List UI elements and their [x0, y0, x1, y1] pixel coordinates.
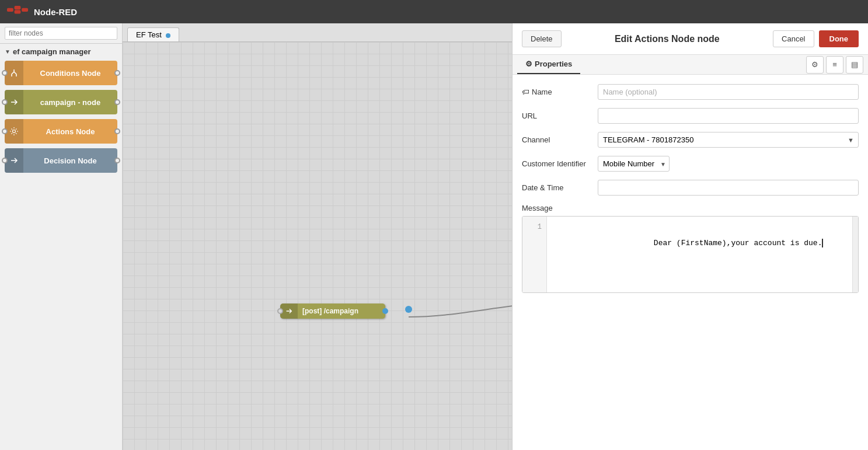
panel-title: Edit Actions Node node	[615, 34, 720, 44]
editor-scrollbar[interactable]	[852, 217, 858, 292]
sidebar-item-conditions-node[interactable]: Conditions Node	[5, 61, 117, 85]
panel-header: Delete Edit Actions Node node Cancel Don…	[513, 23, 868, 55]
channel-label: Channel	[522, 132, 598, 144]
panel-actions-left: Delete	[522, 30, 562, 47]
port-right	[114, 158, 120, 163]
editor-content[interactable]: 1 Dear (FirstName),your account is due.	[522, 217, 858, 292]
gear-tab-icon: ⚙	[525, 60, 532, 68]
name-input[interactable]	[598, 84, 859, 100]
channel-select-wrapper: TELEGRAM - 7801872350 ▼	[598, 132, 859, 148]
conditions-node-label: Conditions Node	[23, 61, 117, 85]
sidebar-group-label[interactable]: ▼ ef campaign manager	[0, 44, 122, 58]
panel-actions-right: Cancel Done	[773, 30, 859, 47]
svg-point-4	[13, 130, 16, 133]
gear-icon	[9, 127, 19, 136]
tab-unsaved-dot	[166, 33, 170, 38]
message-section: Message 1 Dear (FirstName),your account …	[522, 204, 859, 293]
decision-node-label: Decision Node	[23, 148, 117, 173]
node-red-logo	[7, 6, 28, 18]
arrow-right-icon	[9, 156, 19, 165]
tab-properties[interactable]: ⚙ Properties	[517, 55, 580, 74]
svg-point-5	[405, 306, 412, 313]
arrow-icon	[9, 97, 19, 107]
tab-description-icon-btn[interactable]: ≡	[826, 56, 843, 74]
tag-icon: 🏷	[522, 88, 529, 96]
customer-identifier-select[interactable]: Mobile NumberEmailID	[598, 156, 670, 172]
port-left	[2, 99, 8, 105]
datetime-input[interactable]: 2024/11/08 14:55	[598, 180, 859, 196]
port-left	[2, 70, 8, 76]
split-icon	[9, 68, 19, 78]
canvas-wire-svg	[123, 42, 512, 450]
message-label: Message	[522, 204, 859, 212]
form-row-name: 🏷 Name	[522, 84, 859, 100]
svg-rect-2	[15, 10, 21, 13]
right-panel: Delete Edit Actions Node node Cancel Don…	[512, 23, 868, 450]
url-input[interactable]: /CumdxEtUSoykKbi	[598, 108, 859, 124]
canvas-node-post-campaign[interactable]: [post] /campaign	[280, 304, 385, 319]
topbar: Node-RED	[0, 0, 868, 23]
canvas[interactable]: [post] /campaign Action No...	[123, 42, 512, 450]
sidebar-item-decision-node[interactable]: Decision Node	[5, 148, 117, 173]
port-right	[382, 308, 388, 314]
canvas-tabs: EF Test	[123, 23, 512, 42]
customer-identifier-label: Customer Identifier	[522, 156, 598, 168]
campaign-node-label: campaign - node	[23, 90, 117, 114]
datetime-label: Date & Time	[522, 180, 598, 192]
tab-more-icon-btn[interactable]: ▤	[846, 56, 863, 74]
port-left	[2, 158, 8, 163]
port-right	[114, 128, 120, 134]
filter-nodes-input[interactable]	[5, 27, 117, 40]
svg-rect-1	[15, 6, 21, 9]
sidebar-group-title: ef campaign manager	[13, 47, 91, 56]
cursor	[822, 239, 823, 247]
port-left	[2, 128, 8, 134]
tab-properties-label: Properties	[535, 60, 572, 68]
canvas-node-label: [post] /campaign	[298, 304, 385, 319]
customer-identifier-wrapper: Mobile NumberEmailID ▼	[598, 156, 670, 172]
sidebar: ▼ ef campaign manager Conditions Node ca…	[0, 23, 123, 450]
arrow-canvas-icon	[285, 307, 293, 315]
channel-select[interactable]: TELEGRAM - 7801872350	[598, 132, 859, 148]
port-right	[114, 70, 120, 76]
name-label: 🏷 Name	[522, 84, 598, 96]
done-button[interactable]: Done	[819, 30, 859, 47]
form-row-datetime: Date & Time 2024/11/08 14:55	[522, 180, 859, 196]
editor-lines: Dear (FirstName),your account is due.	[576, 221, 853, 266]
form-row-customer-identifier: Customer Identifier Mobile NumberEmailID…	[522, 156, 859, 172]
editor-line-1: Dear (FirstName),your account is due.	[581, 226, 842, 261]
port-right	[114, 99, 120, 105]
message-editor: 1 Dear (FirstName),your account is due.	[522, 216, 859, 293]
port-left	[277, 308, 283, 314]
sidebar-item-actions-node[interactable]: Actions Node	[5, 119, 117, 144]
panel-tab-icons: ⚙ ≡ ▤	[806, 56, 863, 74]
form-row-channel: Channel TELEGRAM - 7801872350 ▼	[522, 132, 859, 148]
panel-content: 🏷 Name URL /CumdxEtUSoykKbi Channel TELE…	[513, 75, 868, 450]
svg-rect-3	[22, 8, 28, 12]
canvas-area[interactable]: EF Test [post] /campaign	[123, 23, 512, 450]
form-row-url: URL /CumdxEtUSoykKbi	[522, 108, 859, 124]
chevron-down-icon: ▼	[5, 48, 11, 55]
sidebar-item-campaign-node[interactable]: campaign - node	[5, 90, 117, 114]
cancel-button[interactable]: Cancel	[773, 30, 814, 47]
tab-label: EF Test	[136, 30, 162, 39]
url-label: URL	[522, 108, 598, 120]
editor-gutter: 1	[522, 217, 547, 292]
app-title: Node-RED	[34, 7, 77, 17]
canvas-tab-ef-test[interactable]: EF Test	[127, 27, 179, 41]
delete-button[interactable]: Delete	[522, 30, 562, 47]
actions-node-label: Actions Node	[23, 119, 117, 144]
line-number-1: 1	[522, 221, 546, 233]
filter-nodes-container	[0, 23, 122, 44]
svg-rect-0	[7, 8, 13, 12]
panel-tabs: ⚙ Properties ⚙ ≡ ▤	[513, 55, 868, 75]
tab-settings-icon-btn[interactable]: ⚙	[806, 56, 824, 74]
